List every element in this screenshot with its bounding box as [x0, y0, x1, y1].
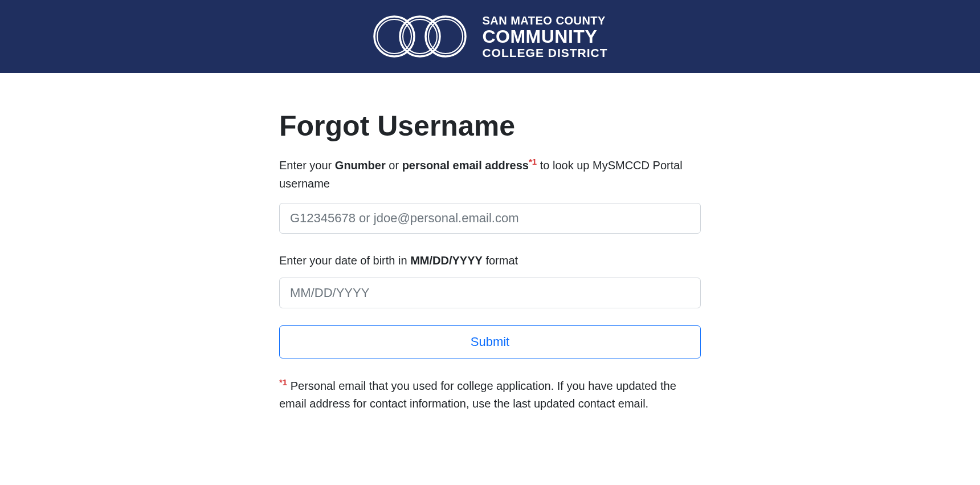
logo: SAN MATEO COUNTY COMMUNITY COLLEGE DISTR… — [372, 12, 607, 61]
svg-point-5 — [428, 19, 463, 54]
svg-point-1 — [377, 19, 411, 54]
footnote-marker-inline: *1 — [529, 157, 537, 166]
logo-rings-icon — [372, 12, 472, 61]
main-content: Forgot Username Enter your Gnumber or pe… — [279, 73, 701, 435]
instruction-pre: Enter your — [279, 159, 335, 172]
instruction-bold2: personal email address — [402, 159, 529, 172]
instruction-bold1: Gnumber — [335, 159, 386, 172]
svg-point-3 — [403, 19, 437, 54]
logo-line2: COMMUNITY — [482, 27, 607, 46]
footnote-text: Personal email that you used for college… — [279, 379, 676, 410]
page-title: Forgot Username — [279, 109, 701, 142]
identifier-input[interactable] — [279, 203, 701, 234]
footnote-prefix: *1 — [279, 377, 287, 387]
identifier-instruction: Enter your Gnumber or personal email add… — [279, 155, 701, 193]
dob-input[interactable] — [279, 278, 701, 308]
submit-button[interactable]: Submit — [279, 325, 701, 358]
logo-line1: SAN MATEO COUNTY — [482, 15, 607, 26]
dob-label-pre: Enter your date of birth in — [279, 254, 410, 267]
logo-text: SAN MATEO COUNTY COMMUNITY COLLEGE DISTR… — [482, 15, 607, 59]
dob-instruction: Enter your date of birth in MM/DD/YYYY f… — [279, 254, 701, 267]
logo-line3: COLLEGE DISTRICT — [482, 47, 607, 59]
page-header: SAN MATEO COUNTY COMMUNITY COLLEGE DISTR… — [0, 0, 980, 73]
dob-label-bold: MM/DD/YYYY — [410, 254, 483, 267]
dob-label-post: format — [483, 254, 518, 267]
footnote: *1 Personal email that you used for coll… — [279, 376, 701, 413]
svg-point-2 — [400, 17, 440, 56]
instruction-mid: or — [386, 159, 402, 172]
svg-point-0 — [374, 17, 414, 56]
svg-point-4 — [426, 17, 466, 56]
